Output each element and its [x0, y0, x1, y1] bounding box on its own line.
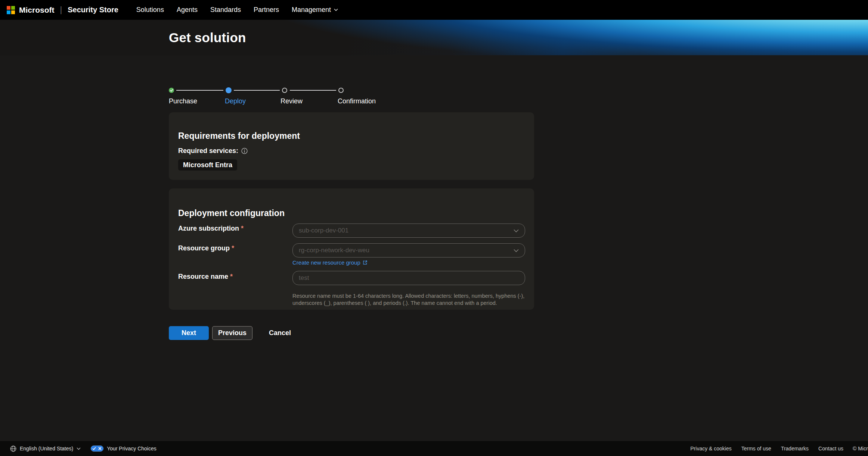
step-label-purchase: Purchase: [169, 97, 197, 105]
config-card-title: Deployment configuration: [178, 208, 285, 218]
create-resource-group-link[interactable]: Create new resource group: [292, 259, 368, 266]
resource-name-helper-text: Resource name must be 1-64 characters lo…: [292, 293, 530, 307]
resource-group-select-value: rg-corp-network-dev-weu: [299, 247, 514, 254]
store-name[interactable]: Security Store: [68, 6, 118, 14]
resource-name-field: [292, 271, 525, 285]
footer: English (United States) Your Privacy Cho…: [0, 441, 868, 456]
chevron-down-icon: [77, 447, 81, 450]
chevron-down-icon: [334, 9, 338, 11]
nav-item-partners[interactable]: Partners: [254, 6, 279, 14]
nav-item-agents[interactable]: Agents: [177, 6, 198, 14]
check-icon: [170, 89, 173, 92]
nav-item-solutions[interactable]: Solutions: [136, 6, 164, 14]
subscription-select-value: sub-corp-dev-001: [299, 227, 514, 234]
step-connector: [290, 90, 336, 91]
nav-item-standards[interactable]: Standards: [210, 6, 241, 14]
brand-text[interactable]: Microsoft: [19, 6, 55, 15]
chevron-down-icon: [514, 229, 519, 232]
step-confirmation-indicator[interactable]: [338, 88, 344, 93]
resource-group-label: Resource group*: [178, 244, 234, 252]
info-icon[interactable]: [241, 148, 248, 154]
resource-group-label-text: Resource group: [178, 244, 230, 252]
external-link-icon: [363, 260, 368, 265]
previous-button[interactable]: Previous: [212, 326, 252, 340]
resource-group-select[interactable]: rg-corp-network-dev-weu: [292, 243, 525, 257]
logo-square-blue: [7, 10, 10, 14]
cancel-button[interactable]: Cancel: [262, 326, 298, 340]
privacy-choices-label: Your Privacy Choices: [107, 446, 156, 452]
deployment-config-card: Deployment configuration Azure subscript…: [169, 188, 534, 310]
wizard-actions: Next Previous Cancel: [169, 326, 298, 340]
step-review-indicator[interactable]: [282, 88, 287, 93]
footer-link-privacy[interactable]: Privacy & cookies: [690, 446, 731, 452]
footer-link-terms[interactable]: Terms of use: [741, 446, 771, 452]
create-resource-group-link-label: Create new resource group: [292, 259, 360, 266]
step-deploy-indicator[interactable]: [226, 87, 232, 93]
globe-icon: [10, 446, 16, 452]
required-asterisk: *: [232, 244, 234, 252]
footer-link-trademarks[interactable]: Trademarks: [781, 446, 809, 452]
step-connector: [176, 90, 223, 91]
required-services-label: Required services:: [178, 147, 238, 155]
nav-separator: |: [60, 5, 62, 15]
service-chip: Microsoft Entra: [178, 159, 237, 171]
logo-square-yellow: [11, 10, 15, 14]
step-label-review: Review: [280, 97, 303, 105]
next-button[interactable]: Next: [169, 326, 209, 340]
language-selector[interactable]: English (United States): [10, 446, 81, 452]
hero-banner: Get solution: [0, 20, 868, 55]
page: Microsoft | Security Store Solutions Age…: [0, 0, 868, 456]
footer-link-contact[interactable]: Contact us: [818, 446, 843, 452]
copyright: © Microsoft: [853, 441, 868, 456]
footer-left: English (United States) Your Privacy Cho…: [10, 441, 156, 456]
page-title: Get solution: [169, 30, 246, 45]
top-nav: Microsoft | Security Store Solutions Age…: [0, 0, 868, 20]
requirements-card-title: Requirements for deployment: [178, 131, 300, 141]
language-label: English (United States): [20, 446, 73, 452]
resource-name-input[interactable]: [299, 274, 519, 282]
step-label-confirmation: Confirmation: [338, 97, 376, 105]
chevron-down-icon: [514, 249, 519, 252]
step-label-deploy: Deploy: [225, 97, 246, 105]
resource-name-label-text: Resource name: [178, 273, 228, 280]
footer-links: Privacy & cookies Terms of use Trademark…: [690, 441, 843, 456]
subscription-label: Azure subscription*: [178, 225, 244, 232]
subscription-label-text: Azure subscription: [178, 225, 239, 232]
subscription-select[interactable]: sub-corp-dev-001: [292, 224, 525, 238]
nav-items: Solutions Agents Standards Partners Mana…: [136, 6, 338, 14]
logo-square-green: [11, 6, 15, 10]
resource-name-label: Resource name*: [178, 273, 233, 281]
privacy-choices-link[interactable]: Your Privacy Choices: [91, 446, 156, 452]
logo-square-red: [7, 6, 10, 10]
required-asterisk: *: [241, 225, 244, 232]
nav-item-management[interactable]: Management: [292, 6, 338, 14]
step-purchase-indicator[interactable]: [169, 88, 174, 93]
step-connector: [234, 90, 280, 91]
main-content: Purchase Deploy Review Confirmation Requ…: [169, 55, 534, 441]
nav-item-management-label: Management: [292, 6, 331, 14]
privacy-choices-icon: [91, 446, 103, 452]
requirements-card: Requirements for deployment Required ser…: [169, 112, 534, 180]
required-services-row: Required services:: [178, 147, 248, 155]
microsoft-logo-icon[interactable]: [7, 6, 15, 14]
required-asterisk: *: [230, 273, 233, 280]
